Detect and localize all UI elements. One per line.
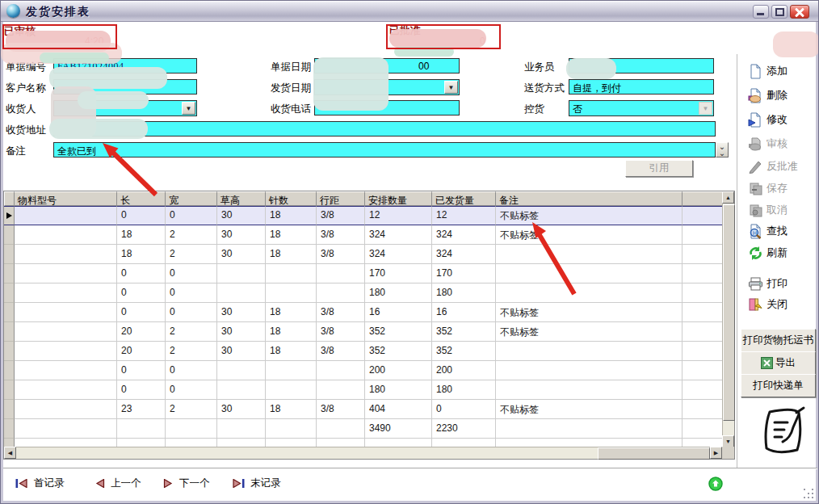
table-cell[interactable]	[266, 380, 317, 400]
row-indicator[interactable]	[4, 361, 15, 380]
table-cell[interactable]: 352	[432, 322, 496, 342]
table-cell[interactable]: 324	[432, 225, 496, 245]
table-cell[interactable]: 0	[117, 284, 166, 303]
table-cell[interactable]	[317, 419, 365, 439]
table-cell[interactable]	[217, 284, 266, 303]
table-cell[interactable]: 30	[217, 342, 266, 361]
vertical-scrollbar[interactable]: ▲ ▼	[722, 191, 734, 448]
table-cell[interactable]: 3/8	[317, 225, 365, 245]
row-indicator[interactable]	[4, 419, 15, 439]
row-indicator[interactable]	[4, 322, 15, 342]
table-cell[interactable]: 不贴标签	[496, 303, 682, 322]
table-row[interactable]: 0030183/81616不贴标签	[4, 303, 723, 322]
sidebar-action-close-doc[interactable]: 关闭	[748, 296, 788, 313]
table-cell[interactable]: 0	[166, 264, 217, 284]
table-cell[interactable]: 3/8	[317, 400, 365, 419]
row-indicator[interactable]	[4, 400, 15, 419]
sidebar-button-0[interactable]: 打印货物托运书	[741, 329, 816, 352]
table-cell[interactable]	[682, 245, 723, 264]
table-cell[interactable]	[682, 400, 723, 419]
table-cell[interactable]: 0	[117, 303, 166, 322]
table-cell[interactable]: 30	[217, 303, 266, 322]
table-cell[interactable]: 18	[266, 225, 317, 245]
table-cell[interactable]	[15, 400, 117, 419]
table-cell[interactable]: 2	[166, 342, 217, 361]
table-cell[interactable]	[217, 419, 266, 439]
sidebar-action-edit-doc[interactable]: 修改	[748, 111, 788, 128]
table-cell[interactable]: 180	[365, 380, 432, 400]
table-cell[interactable]: 30	[217, 206, 266, 225]
table-cell[interactable]	[266, 264, 317, 284]
table-cell[interactable]	[496, 245, 682, 264]
table-cell[interactable]: 20	[117, 322, 166, 342]
table-cell[interactable]: 18	[266, 342, 317, 361]
table-cell[interactable]: 不贴标签	[496, 400, 682, 419]
table-cell[interactable]	[15, 245, 117, 264]
table-cell[interactable]	[317, 284, 365, 303]
table-cell[interactable]: 352	[365, 322, 432, 342]
green-launcher-icon[interactable]	[708, 477, 723, 491]
row-indicator[interactable]	[4, 264, 15, 284]
table-cell[interactable]: 2	[166, 225, 217, 245]
table-cell[interactable]: 170	[365, 264, 432, 284]
table-cell[interactable]: 324	[365, 225, 432, 245]
table-cell[interactable]: 3/8	[317, 303, 365, 322]
table-cell[interactable]	[317, 361, 365, 380]
table-cell[interactable]: 0	[117, 206, 166, 225]
table-cell[interactable]	[217, 264, 266, 284]
resize-grip[interactable]	[804, 489, 814, 499]
table-row[interactable]: 34902230	[4, 419, 723, 439]
table-cell[interactable]: 3490	[365, 419, 432, 439]
table-cell[interactable]	[682, 322, 723, 342]
column-header[interactable]: 备注	[496, 191, 682, 206]
table-cell[interactable]: 18	[266, 322, 317, 342]
sidebar-action-add-doc[interactable]: 添加	[748, 62, 788, 80]
table-cell[interactable]	[496, 284, 682, 303]
remark-field[interactable]: 全款已到	[53, 142, 716, 158]
table-cell[interactable]: 12	[365, 206, 432, 225]
table-cell[interactable]	[15, 225, 117, 245]
table-cell[interactable]: 0	[166, 206, 217, 225]
table-cell[interactable]	[15, 361, 117, 380]
table-cell[interactable]	[682, 361, 723, 380]
table-cell[interactable]: 170	[432, 264, 496, 284]
table-cell[interactable]: 2	[166, 245, 217, 264]
table-cell[interactable]	[682, 225, 723, 245]
maximize-button[interactable]	[771, 5, 788, 19]
nav-first-record-button[interactable]: 首记录	[15, 477, 65, 490]
table-cell[interactable]	[317, 380, 365, 400]
table-row[interactable]: 18230183/8324324	[4, 245, 723, 264]
table-cell[interactable]: 180	[432, 380, 496, 400]
column-header[interactable]: 已发货量	[432, 191, 496, 206]
table-row[interactable]: 20230183/8352352不贴标签	[4, 322, 723, 342]
table-row[interactable]: 0030183/81212不贴标签	[4, 206, 723, 225]
sidebar-action-refresh[interactable]: 刷新	[748, 244, 788, 262]
table-cell[interactable]: 200	[365, 361, 432, 380]
table-cell[interactable]: 18	[117, 245, 166, 264]
sidebar-button-1[interactable]: 导出	[741, 351, 816, 375]
table-cell[interactable]	[317, 264, 365, 284]
column-header[interactable]: 宽	[166, 191, 217, 206]
address-field[interactable]	[53, 121, 716, 136]
chevron-down-icon[interactable]: ▼	[444, 81, 458, 94]
table-cell[interactable]	[496, 380, 682, 400]
minimize-button[interactable]	[753, 5, 769, 19]
table-cell[interactable]	[682, 303, 723, 322]
table-cell[interactable]: 0	[166, 361, 217, 380]
column-header[interactable]: 物料型号	[15, 191, 117, 206]
table-cell[interactable]	[15, 380, 117, 400]
table-cell[interactable]: 30	[217, 225, 266, 245]
row-indicator[interactable]	[4, 342, 15, 361]
table-cell[interactable]	[682, 419, 723, 439]
table-cell[interactable]: 30	[217, 400, 266, 419]
table-cell[interactable]: 324	[365, 245, 432, 264]
nav-previous-button[interactable]: 上一个	[94, 477, 141, 490]
column-header[interactable]: 针数	[266, 191, 317, 206]
table-cell[interactable]: 不贴标签	[496, 225, 682, 245]
scroll-left-button[interactable]: ◀	[4, 447, 16, 459]
table-cell[interactable]: 180	[432, 284, 496, 303]
table-cell[interactable]	[682, 284, 723, 303]
horizontal-scroll-thumb[interactable]	[598, 447, 710, 460]
table-cell[interactable]	[15, 284, 117, 303]
table-cell[interactable]	[266, 361, 317, 380]
